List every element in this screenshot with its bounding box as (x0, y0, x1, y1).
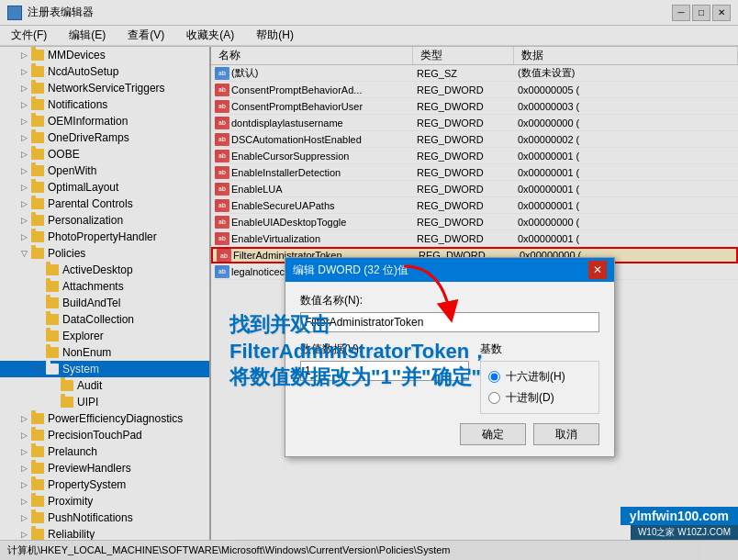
cancel-button[interactable]: 取消 (533, 423, 599, 445)
ok-button[interactable]: 确定 (460, 423, 526, 445)
radio-dec[interactable]: 十进制(D) (488, 390, 591, 406)
radio-dec-input[interactable] (488, 392, 500, 404)
edit-dword-dialog: 编辑 DWORD (32 位)值 ✕ 数值名称(N): 数值数据(V): 基数 (285, 257, 615, 457)
dialog-overlay: 编辑 DWORD (32 位)值 ✕ 数值名称(N): 数值数据(V): 基数 (0, 0, 738, 560)
dialog-name-label: 数值名称(N): (300, 293, 599, 308)
dialog-name-input[interactable] (300, 312, 599, 332)
radio-hex-label: 十六进制(H) (506, 369, 565, 385)
dialog-close-button[interactable]: ✕ (588, 261, 607, 279)
dialog-data-label: 数值数据(V): (300, 342, 469, 357)
radio-dec-label: 十进制(D) (506, 390, 554, 406)
watermark-main: ylmfwin100.com (621, 507, 738, 525)
dialog-data-input[interactable] (300, 361, 469, 381)
dialog-base-label: 基数 (480, 342, 599, 357)
dialog-buttons: 确定 取消 (300, 423, 599, 445)
dialog-body: 数值名称(N): 数值数据(V): 基数 十六进制(H) (285, 282, 614, 456)
dialog-base-group: 基数 十六进制(H) 十进制(D) (480, 342, 599, 414)
dialog-value-row: 数值数据(V): 基数 十六进制(H) 十进制(D) (300, 342, 599, 414)
radio-hex[interactable]: 十六进制(H) (488, 369, 591, 385)
dialog-value-left: 数值数据(V): (300, 342, 469, 414)
radio-hex-input[interactable] (488, 371, 500, 383)
dialog-title-bar: 编辑 DWORD (32 位)值 ✕ (285, 258, 614, 282)
watermark-sub: W10之家 W10ZJ.COM (631, 525, 738, 540)
dialog-radio-group: 十六进制(H) 十进制(D) (480, 361, 599, 414)
dialog-name-row: 数值名称(N): (300, 293, 599, 332)
dialog-title: 编辑 DWORD (32 位)值 (293, 263, 408, 278)
